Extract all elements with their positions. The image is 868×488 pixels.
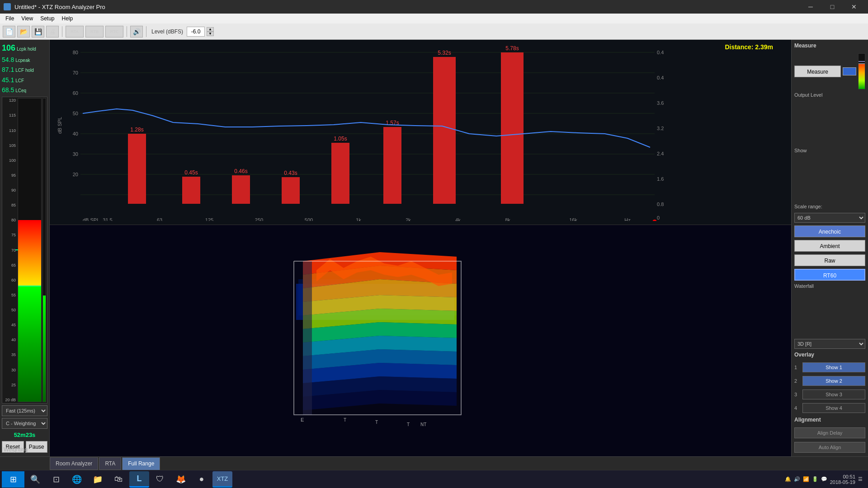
waterfall-mode-select[interactable]: 3D [R] 2D Spectrogram <box>794 339 865 349</box>
overlay-2-btn[interactable]: Show 2 <box>802 376 865 386</box>
svg-text:1.6: 1.6 <box>657 176 664 182</box>
weighting-label: Weighting <box>4 446 28 453</box>
new-button[interactable]: 📄 <box>3 26 15 38</box>
menu-view[interactable]: View <box>18 14 37 23</box>
clock-date: 2018-05-19 <box>830 479 855 485</box>
maximize-button[interactable]: □ <box>822 0 843 14</box>
tab-full-range[interactable]: Full Range <box>122 457 160 470</box>
overlay-1-btn[interactable]: Show 1 <box>802 362 865 372</box>
ambient-button[interactable]: Ambient <box>794 240 865 252</box>
level-label: Level (dBFS) <box>150 28 185 35</box>
taskbar-icon-6[interactable]: ● <box>192 471 212 488</box>
svg-text:5.32s: 5.32s <box>438 50 451 56</box>
weighting-select[interactable]: C - Weighting A - Weighting Z - Weightin… <box>2 418 47 429</box>
taskbar-firefox[interactable]: 🦊 <box>171 471 191 488</box>
rta-button[interactable]: RTA <box>66 26 84 38</box>
svg-rect-0 <box>53 43 788 221</box>
level-down[interactable]: ▼ <box>207 32 214 36</box>
overlay-4-num: 4 <box>794 405 801 411</box>
print-button[interactable]: 🖨 <box>46 26 59 38</box>
rt60-bar-63 <box>128 134 146 204</box>
rtc-button[interactable]: RTC <box>105 26 123 38</box>
svg-text:50: 50 <box>73 111 78 116</box>
svg-marker-59 <box>303 261 312 415</box>
menu-setup[interactable]: Setup <box>37 14 58 23</box>
overlay-4-btn[interactable]: Show 4 <box>802 403 865 413</box>
tray-volume[interactable]: 🔊 <box>794 476 800 482</box>
level-input[interactable] <box>187 27 205 37</box>
pause-button[interactable]: Pause <box>26 441 48 453</box>
scale-range-label: Scale range: <box>794 204 865 209</box>
align-delay-button[interactable]: Align Delay <box>794 427 865 438</box>
svg-text:4k: 4k <box>455 217 461 221</box>
taskbar-search[interactable]: 🔍 <box>25 471 45 488</box>
taskbar-task-view[interactable]: ⊡ <box>46 471 66 488</box>
rt60-bar-4k <box>433 57 456 204</box>
svg-text:2k: 2k <box>406 217 411 221</box>
level-spinner[interactable]: ▲ ▼ <box>207 27 214 36</box>
overlay-3-btn[interactable]: Show 3 <box>802 389 865 399</box>
svg-text:31.5: 31.5 <box>103 217 112 221</box>
svg-text:16k: 16k <box>569 217 577 221</box>
svg-text:dB SPL: dB SPL <box>57 117 62 134</box>
level-up[interactable]: ▲ <box>207 27 214 32</box>
rt60-svg: 80 70 60 50 40 30 20 dB SPL 0.4 0.4 3.6 … <box>53 43 788 221</box>
bottom-bar: Room Analyzer RTA Full Range <box>0 456 868 470</box>
lcf-value: 45.1 <box>2 75 14 85</box>
tab-room-analyzer[interactable]: Room Analyzer <box>50 457 98 470</box>
center-panel: Distance: 2.39m 80 <box>50 40 791 456</box>
menubar: File View Setup Help <box>0 14 868 23</box>
svg-text:T: T <box>344 418 346 422</box>
overlay-3-num: 3 <box>794 392 801 397</box>
waterfall-chart: E T T T NT <box>50 225 791 456</box>
minimize-button[interactable]: ─ <box>800 0 821 14</box>
action-center[interactable]: ☰ <box>858 476 863 482</box>
rt60-button[interactable]: RT60 <box>794 269 865 281</box>
taskbar: ⊞ 🔍 ⊡ 🌐 📁 🛍 L 🛡 🦊 ● XTZ 🔔 🔊 📶 🔋 💬 00:51 … <box>0 470 868 488</box>
svg-text:60: 60 <box>73 90 78 96</box>
tray-wifi[interactable]: 📶 <box>803 476 809 482</box>
lcf-label: LCF <box>15 77 24 84</box>
svg-text:5.78s: 5.78s <box>505 45 519 52</box>
menu-help[interactable]: Help <box>58 14 77 23</box>
svg-text:0.45s: 0.45s <box>184 169 198 176</box>
taskbar-listary[interactable]: L <box>129 471 149 488</box>
svg-text:E: E <box>301 417 304 422</box>
menu-file[interactable]: File <box>2 14 18 23</box>
tab-rta[interactable]: RTA <box>99 457 121 470</box>
toolbar: 📄 📂 💾 🖨 RTA RTB RTC 🔊 Level (dBFS) ▲ ▼ <box>0 23 868 40</box>
raw-button[interactable]: Raw <box>794 254 865 266</box>
taskbar-edge[interactable]: 🌐 <box>67 471 87 488</box>
auto-align-button[interactable]: Auto Align <box>794 442 865 453</box>
svg-text:2.4: 2.4 <box>657 151 664 156</box>
overlay-3-row: 3 Show 3 <box>794 389 865 399</box>
tray-battery[interactable]: 🔋 <box>812 476 818 482</box>
titlebar: Untitled* - XTZ Room Analyzer Pro ─ □ ✕ <box>0 0 868 14</box>
anechoic-button[interactable]: Anechoic <box>794 225 865 237</box>
measure-button[interactable]: Measure <box>794 66 841 77</box>
speaker-button[interactable]: 🔊 <box>130 26 143 38</box>
tray-notifications[interactable]: 💬 <box>821 476 827 482</box>
taskbar-antivirus[interactable]: 🛡 <box>150 471 170 488</box>
taskbar-explorer[interactable]: 📁 <box>88 471 108 488</box>
svg-text:70: 70 <box>73 70 78 75</box>
open-button[interactable]: 📂 <box>17 26 30 38</box>
tray-network[interactable]: 🔔 <box>785 476 791 482</box>
distance-label: Distance: 2.39m <box>725 43 773 51</box>
svg-text:40: 40 <box>73 131 78 136</box>
rtb-button[interactable]: RTB <box>85 26 104 38</box>
svg-text:NT: NT <box>420 422 426 427</box>
svg-text:Hz: Hz <box>624 217 631 221</box>
close-button[interactable]: ✕ <box>844 0 864 14</box>
svg-text:0.46s: 0.46s <box>234 168 247 174</box>
color-indicator-1 <box>843 67 856 75</box>
speed-select[interactable]: Fast (125ms) Slow (1s) <box>2 405 47 416</box>
scale-range-select[interactable]: 60 dB 40 dB 80 dB <box>794 213 865 223</box>
svg-text:500: 500 <box>305 217 313 221</box>
taskbar-store[interactable]: 🛍 <box>108 471 128 488</box>
alignment-title: Alignment <box>794 417 865 423</box>
save-button[interactable]: 💾 <box>32 26 44 38</box>
start-button[interactable]: ⊞ <box>2 471 24 488</box>
taskbar-xtz[interactable]: XTZ <box>212 471 232 488</box>
overlay-4-row: 4 Show 4 <box>794 403 865 413</box>
